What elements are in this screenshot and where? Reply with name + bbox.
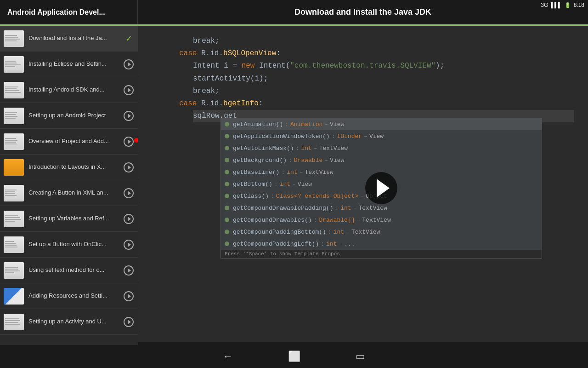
code-line: case R.id.bgetInfo: — [179, 98, 574, 110]
play-icon — [123, 188, 134, 199]
ac-item-2[interactable]: getApplicationWindowToken() : IBinder – … — [221, 130, 542, 142]
ac-dot — [225, 146, 229, 150]
ac-dot — [225, 134, 229, 138]
ac-item-11[interactable]: getCompoundPaddingLeft() : int – ... — [221, 238, 542, 250]
sidebar-thumbnail — [4, 314, 24, 330]
code-line: case R.id.bSQLOpenView: — [179, 47, 574, 60]
play-icon — [123, 213, 134, 224]
home-button[interactable]: ⬜ — [288, 351, 300, 362]
sidebar: Download and Install the Ja...✓Installin… — [0, 26, 138, 368]
ac-method: getCompoundPaddingBottom() — [233, 229, 326, 236]
sidebar-item-label: Setting up an Activity and U... — [28, 318, 123, 326]
ac-source: TextView — [305, 169, 333, 176]
ac-type: int — [301, 145, 311, 152]
sidebar-item-10[interactable]: Using setText method for o... — [0, 258, 138, 283]
ac-item-1[interactable]: getAnimation() : Animation – View — [221, 118, 542, 130]
ac-method: getCompoundPaddingLeft() — [233, 241, 319, 247]
play-icon — [123, 316, 134, 328]
code-line: Intent i = new Intent("com.thenewboston.… — [193, 60, 574, 72]
play-icon — [123, 291, 134, 302]
sidebar-thumbnail — [4, 185, 24, 201]
sidebar-thumbnail — [4, 236, 24, 253]
ac-source: TextView — [358, 205, 387, 212]
video-title: Download and Install the Java JDK — [138, 7, 588, 17]
ac-dot — [225, 242, 229, 246]
autocomplete-popup[interactable]: getAnimation() : Animation – View getApp… — [220, 118, 542, 259]
active-indicator-dot — [134, 138, 138, 143]
ac-item-10[interactable]: getCompoundPaddingBottom() : int – TextV… — [221, 226, 542, 238]
play-icon — [123, 136, 134, 147]
clock: 8:18 — [574, 2, 584, 8]
ac-method: getAnimation() — [233, 121, 283, 128]
sidebar-item-label: Set up a Button with OnClic... — [28, 241, 123, 248]
sidebar-item-1[interactable]: Download and Install the Ja...✓ — [0, 26, 138, 52]
bottom-navigation: ← ⬜ ▭ — [0, 345, 588, 368]
sidebar-item-2[interactable]: Installing Eclipse and Settin... — [0, 52, 138, 77]
play-triangle-icon — [377, 179, 390, 197]
sidebar-item-3[interactable]: Installing Android SDK and... — [0, 77, 138, 103]
sidebar-thumbnail — [4, 133, 24, 150]
ac-method: getApplicationWindowToken() — [233, 133, 330, 140]
ac-dot — [225, 122, 229, 126]
play-icon — [123, 110, 134, 121]
header: Android Application Devel... Download an… — [0, 0, 588, 26]
ac-dot — [225, 158, 229, 162]
sidebar-item-4[interactable]: Setting up an Android Project — [0, 103, 138, 129]
app-title: Android Application Devel... — [0, 0, 138, 24]
ac-dot — [225, 194, 229, 198]
ac-dot — [225, 218, 229, 222]
back-button[interactable]: ← — [223, 351, 233, 362]
ac-method: getCompoundDrawables() — [233, 217, 312, 224]
main-content: break; case R.id.bSQLOpenView: Intent i … — [138, 26, 588, 368]
ac-type: IBinder — [337, 133, 362, 140]
sidebar-item-5[interactable]: Overview of Project and Add... — [0, 129, 138, 155]
ac-type: int — [287, 169, 297, 176]
sidebar-item-11[interactable]: Adding Resources and Setti... — [0, 283, 138, 309]
sidebar-item-label: Introduction to Layouts in X... — [28, 163, 123, 171]
status-bar: 3G ▌▌▌ 🔋 8:18 — [533, 0, 588, 10]
signal-indicator: 3G — [541, 2, 548, 8]
ac-source: TextView — [351, 229, 380, 236]
ac-method: getBottom() — [233, 181, 272, 188]
sidebar-item-label: Download and Install the Ja... — [28, 34, 123, 42]
ac-footer: Press '*Space' to show Template Propos — [221, 250, 542, 258]
sidebar-item-label: Installing Android SDK and... — [28, 86, 123, 94]
sidebar-item-label: Adding Resources and Setti... — [28, 292, 123, 300]
sidebar-item-8[interactable]: Setting up Variables and Ref... — [0, 206, 138, 232]
ac-source: TextView — [319, 145, 348, 152]
play-icon — [123, 162, 134, 173]
play-icon — [123, 239, 134, 250]
sidebar-item-label: Setting up Variables and Ref... — [28, 215, 123, 223]
ac-item-9[interactable]: getCompoundDrawables() : Drawable[] – Te… — [221, 214, 542, 226]
ac-method: getClass() — [233, 193, 269, 200]
video-area[interactable]: break; case R.id.bSQLOpenView: Intent i … — [138, 26, 588, 342]
sidebar-item-6[interactable]: Introduction to Layouts in X... — [0, 155, 138, 180]
ac-source: View — [330, 121, 344, 128]
ac-source: TextView — [362, 217, 390, 224]
sidebar-item-12[interactable]: Setting up an Activity and U... — [0, 309, 138, 335]
sidebar-thumbnail — [4, 108, 24, 124]
sidebar-item-label: Overview of Project and Add... — [28, 138, 123, 145]
ac-item-4[interactable]: getBackground() : Drawable – View — [221, 154, 542, 166]
ac-type: Animation — [290, 121, 322, 128]
ac-type: int — [334, 229, 344, 236]
sidebar-item-9[interactable]: Set up a Button with OnClic... — [0, 232, 138, 258]
ac-method: getBackground() — [233, 157, 287, 164]
ac-source: View — [369, 133, 384, 140]
play-icon — [123, 59, 134, 70]
ac-item-3[interactable]: getAutoLinkMask() : int – TextView — [221, 142, 542, 154]
sidebar-thumbnail — [4, 288, 24, 305]
sidebar-thumbnail — [4, 82, 24, 98]
ac-source: ... — [344, 241, 355, 247]
sidebar-item-label: Creating A Button in XML an... — [28, 189, 123, 197]
ac-type: Drawable — [294, 157, 322, 164]
sidebar-item-7[interactable]: Creating A Button in XML an... — [0, 180, 138, 206]
ac-source: View — [298, 181, 312, 188]
recents-button[interactable]: ▭ — [356, 351, 365, 362]
ac-method: getAutoLinkMask() — [233, 145, 294, 152]
ac-type: int — [280, 181, 290, 188]
ac-method: getBaseline() — [233, 169, 279, 176]
check-icon: ✓ — [123, 33, 134, 44]
play-button[interactable] — [365, 172, 397, 204]
signal-icon: ▌▌▌ — [551, 2, 561, 8]
